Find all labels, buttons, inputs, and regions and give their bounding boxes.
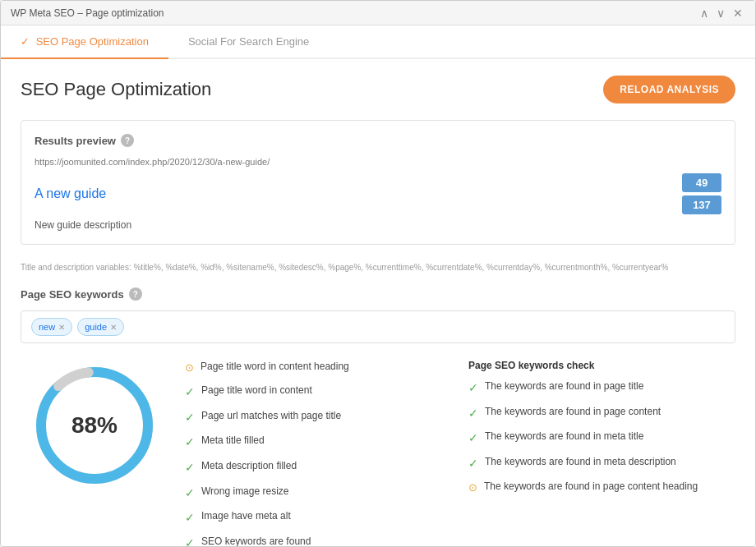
check-text: SEO keywords are found [201, 535, 311, 546]
check-item: ✓ The keywords are found in meta descrip… [468, 455, 735, 472]
warn-icon: ⊙ [468, 480, 477, 495]
ok-icon: ✓ [185, 434, 195, 451]
check-item: ✓ Page url matches with page title [185, 409, 452, 426]
page-header: SEO Page Optimization RELOAD ANALYSIS [21, 76, 735, 103]
analysis-section: 88% ⊙ Page title word in content heading… [21, 360, 735, 546]
keyword-guide-label: guide [85, 322, 107, 332]
ok-icon: ✓ [468, 456, 478, 472]
ok-icon: ✓ [468, 380, 478, 397]
minimize-icon[interactable]: ∧ [698, 7, 711, 20]
check-text: Wrong image resize [201, 485, 289, 499]
keywords-label: Page SEO keywords ? [21, 287, 735, 301]
check-text: Page title word in content heading [201, 360, 349, 374]
checks-right-col: Page SEO keywords check ✓ The keywords a… [468, 360, 735, 546]
badge-title-count: 49 [682, 173, 721, 192]
results-preview-label: Results preview ? [35, 134, 721, 147]
tab-check-icon: ✓ [21, 35, 33, 48]
preview-url: https://joomunited.com/index.php/2020/12… [35, 157, 721, 167]
check-item: ✓ Meta description filled [185, 459, 452, 476]
keyword-new-label: new [39, 322, 55, 332]
check-text: Page url matches with page title [201, 409, 341, 423]
variables-text: Title and description variables: %title%… [21, 261, 735, 274]
ok-icon: ✓ [185, 485, 195, 502]
results-preview-section: Results preview ? https://joomunited.com… [21, 120, 735, 245]
page-title: SEO Page Optimization [21, 79, 211, 100]
close-icon[interactable]: ✕ [731, 7, 745, 20]
ok-icon: ✓ [468, 406, 478, 422]
tab-social-label: Social For Search Engine [188, 35, 309, 48]
ok-icon: ✓ [185, 536, 195, 546]
check-text: Meta description filled [201, 459, 297, 473]
check-item: ✓ SEO keywords are found [185, 535, 452, 546]
keyword-tag-guide[interactable]: guide ✕ [77, 318, 124, 336]
check-text: The keywords are found in page content h… [484, 480, 698, 494]
check-text: Page title word in content [201, 384, 312, 398]
check-text: The keywords are found in page title [485, 379, 643, 393]
results-preview-help-icon[interactable]: ? [121, 134, 134, 147]
keyword-tag-new[interactable]: new ✕ [31, 318, 72, 336]
warn-icon: ⊙ [185, 361, 194, 375]
tab-social[interactable]: Social For Search Engine [168, 25, 329, 57]
check-item: ✓ Meta title filled [185, 434, 452, 451]
preview-badges: 49 137 [682, 173, 721, 214]
check-text: The keywords are found in page content [485, 405, 661, 419]
reload-analysis-button[interactable]: RELOAD ANALYSIS [603, 76, 735, 103]
check-text: The keywords are found in meta title [485, 430, 643, 444]
keyword-guide-remove[interactable]: ✕ [110, 323, 117, 332]
ok-icon: ✓ [468, 430, 478, 447]
preview-title-link[interactable]: A new guide [35, 186, 106, 201]
keyword-new-remove[interactable]: ✕ [58, 323, 65, 332]
check-item: ✓ Image have meta alt [185, 509, 452, 526]
check-text: The keywords are found in meta descripti… [485, 455, 676, 469]
ok-icon: ✓ [185, 460, 195, 476]
check-item: ✓ The keywords are found in page title [468, 379, 735, 397]
check-item: ✓ The keywords are found in page content [468, 405, 735, 422]
check-item: ✓ The keywords are found in meta title [468, 430, 735, 447]
keywords-input-box[interactable]: new ✕ guide ✕ [21, 310, 735, 343]
check-item: ✓ Wrong image resize [185, 485, 452, 502]
window-controls: ∧ ∨ ✕ [698, 7, 745, 20]
check-item: ⊙ Page title word in content heading [185, 360, 452, 375]
keywords-title: Page SEO keywords [21, 288, 124, 301]
results-preview-title: Results preview [35, 135, 116, 147]
ok-icon: ✓ [185, 510, 195, 526]
keywords-section: Page SEO keywords ? new ✕ guide ✕ [21, 287, 735, 343]
window-title: WP Meta SEO – Page optimization [11, 7, 164, 19]
tab-bar: ✓ SEO Page Optimization Social For Searc… [1, 25, 755, 59]
ok-icon: ✓ [185, 384, 195, 401]
preview-title-row: A new guide 49 137 [35, 173, 721, 214]
score-circle: 88% [29, 360, 160, 491]
score-circle-container: 88% [21, 360, 168, 491]
ok-icon: ✓ [185, 410, 195, 426]
check-text: Image have meta alt [201, 509, 291, 523]
check-item: ✓ Page title word in content [185, 384, 452, 401]
tab-seo-label: SEO Page Optimization [36, 35, 149, 48]
checks-left-col: ⊙ Page title word in content heading ✓ P… [185, 360, 452, 546]
checks-section: ⊙ Page title word in content heading ✓ P… [185, 360, 735, 546]
badge-desc-count: 137 [682, 195, 721, 214]
tab-seo[interactable]: ✓ SEO Page Optimization [1, 25, 168, 59]
check-item: ⊙ The keywords are found in page content… [468, 480, 735, 495]
restore-icon[interactable]: ∨ [714, 7, 727, 20]
preview-description: New guide description [35, 219, 721, 231]
check-text: Meta title filled [201, 434, 265, 448]
keywords-help-icon[interactable]: ? [129, 287, 142, 301]
score-text: 88% [71, 412, 118, 439]
main-content: SEO Page Optimization RELOAD ANALYSIS Re… [1, 59, 755, 546]
checks-right-title: Page SEO keywords check [468, 360, 735, 371]
